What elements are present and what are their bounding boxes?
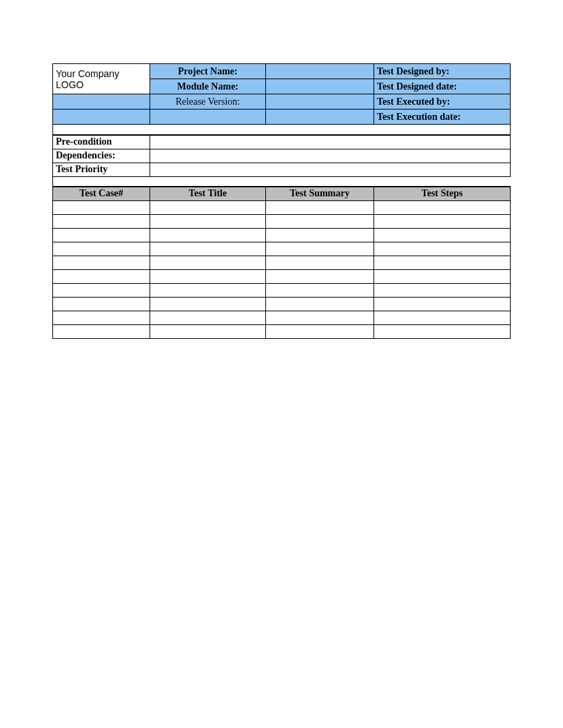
spacer-2 bbox=[53, 176, 511, 186]
table-cell bbox=[53, 200, 150, 214]
priority-value bbox=[150, 163, 511, 176]
table-cell bbox=[53, 214, 150, 228]
table-cell bbox=[150, 228, 266, 242]
table-row bbox=[53, 200, 511, 214]
col-test-steps: Test Steps bbox=[374, 187, 511, 200]
table-cell bbox=[374, 269, 511, 283]
table-row bbox=[53, 311, 511, 324]
designed-by-label: Test Designed by: bbox=[374, 64, 511, 79]
execution-date-label: Test Execution date: bbox=[374, 110, 511, 125]
table-cell bbox=[374, 297, 511, 311]
header-row-3: Release Version: Test Executed by: bbox=[53, 94, 511, 110]
table-cell bbox=[53, 283, 150, 297]
header-table: Your Company LOGO Project Name: Test Des… bbox=[52, 63, 511, 125]
table-cell bbox=[374, 214, 511, 228]
designed-date-label: Test Designed date: bbox=[374, 79, 511, 94]
table-cell bbox=[150, 269, 266, 283]
table-cell bbox=[266, 311, 374, 324]
header-blank-4 bbox=[266, 110, 374, 125]
header-blank-1 bbox=[53, 94, 150, 110]
dependencies-label: Dependencies: bbox=[53, 149, 150, 163]
table-row bbox=[53, 324, 511, 338]
table-cell bbox=[374, 200, 511, 214]
table-cell bbox=[266, 324, 374, 338]
table-cell bbox=[374, 242, 511, 256]
table-cell bbox=[266, 228, 374, 242]
header-row-1: Your Company LOGO Project Name: Test Des… bbox=[53, 64, 511, 79]
table-row bbox=[53, 228, 511, 242]
table-cell bbox=[150, 311, 266, 324]
col-test-case-number: Test Case# bbox=[53, 187, 150, 200]
table-cell bbox=[374, 228, 511, 242]
table-cell bbox=[53, 324, 150, 338]
table-cell bbox=[53, 256, 150, 269]
table-cell bbox=[53, 242, 150, 256]
precondition-row: Pre-condition bbox=[53, 135, 511, 149]
executed-by-label: Test Executed by: bbox=[374, 94, 511, 110]
table-cell bbox=[374, 256, 511, 269]
project-name-label: Project Name: bbox=[150, 64, 266, 79]
release-version-value bbox=[266, 94, 374, 110]
meta-table: Pre-condition Dependencies: Test Priorit… bbox=[52, 135, 511, 187]
release-version-label: Release Version: bbox=[150, 94, 266, 110]
table-cell bbox=[150, 200, 266, 214]
module-name-value bbox=[266, 79, 374, 94]
table-cell bbox=[266, 242, 374, 256]
priority-row: Test Priority bbox=[53, 163, 511, 176]
grid-header-row: Test Case# Test Title Test Summary Test … bbox=[53, 187, 511, 200]
header-row-4: Test Execution date: bbox=[53, 110, 511, 125]
precondition-label: Pre-condition bbox=[53, 135, 150, 149]
table-cell bbox=[266, 283, 374, 297]
table-cell bbox=[374, 283, 511, 297]
header-blank-2 bbox=[53, 110, 150, 125]
header-blank-3 bbox=[150, 110, 266, 125]
dependencies-value bbox=[150, 149, 511, 163]
company-logo-cell: Your Company LOGO bbox=[53, 64, 150, 94]
table-cell bbox=[53, 269, 150, 283]
module-name-label: Module Name: bbox=[150, 79, 266, 94]
table-cell bbox=[374, 311, 511, 324]
table-cell bbox=[53, 311, 150, 324]
table-cell bbox=[53, 228, 150, 242]
spacer-1 bbox=[52, 125, 511, 135]
table-cell bbox=[266, 297, 374, 311]
table-cell bbox=[266, 256, 374, 269]
table-row bbox=[53, 283, 511, 297]
table-cell bbox=[150, 283, 266, 297]
table-cell bbox=[374, 324, 511, 338]
table-cell bbox=[150, 324, 266, 338]
col-test-summary: Test Summary bbox=[266, 187, 374, 200]
test-cases-table: Test Case# Test Title Test Summary Test … bbox=[52, 187, 511, 339]
table-row bbox=[53, 214, 511, 228]
table-cell bbox=[266, 214, 374, 228]
table-cell bbox=[150, 256, 266, 269]
table-cell bbox=[150, 297, 266, 311]
table-cell bbox=[53, 297, 150, 311]
table-cell bbox=[266, 269, 374, 283]
table-cell bbox=[150, 242, 266, 256]
table-row bbox=[53, 242, 511, 256]
priority-label: Test Priority bbox=[53, 163, 150, 176]
project-name-value bbox=[266, 64, 374, 79]
test-case-template-page: { "header":{ "logo_text":"Your Company L… bbox=[0, 0, 563, 728]
table-cell bbox=[150, 214, 266, 228]
col-test-title: Test Title bbox=[150, 187, 266, 200]
dependencies-row: Dependencies: bbox=[53, 149, 511, 163]
precondition-value bbox=[150, 135, 511, 149]
table-row bbox=[53, 256, 511, 269]
table-row bbox=[53, 297, 511, 311]
table-row bbox=[53, 269, 511, 283]
table-cell bbox=[266, 200, 374, 214]
